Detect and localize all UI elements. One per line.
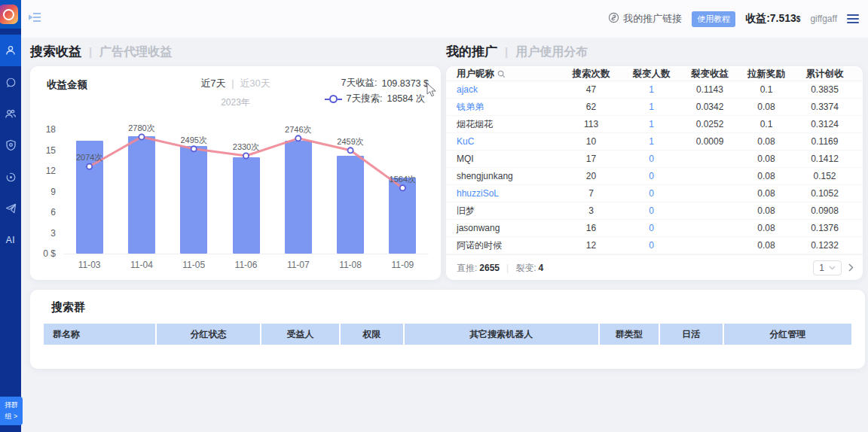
group-column-header: 其它搜索机器人 bbox=[405, 324, 600, 345]
table-cell: 1 bbox=[623, 119, 680, 129]
sidebar-item-profile[interactable] bbox=[0, 35, 21, 66]
table-cell: 0.152 bbox=[793, 171, 857, 181]
group-column-header: 群类型 bbox=[600, 324, 660, 345]
hamburger-menu-icon[interactable] bbox=[847, 14, 859, 23]
chevron-right-icon bbox=[848, 263, 854, 272]
sidebar-item-telegram[interactable] bbox=[0, 193, 21, 224]
user-nickname[interactable]: hhuzziSoL bbox=[457, 188, 499, 199]
table-cell: 0.1232 bbox=[793, 240, 857, 251]
promo-link-button[interactable]: 我的推广链接 bbox=[608, 12, 682, 26]
sidebar-collapse-button[interactable] bbox=[29, 11, 42, 26]
y-tick: 6 bbox=[50, 207, 56, 218]
nickname-cell: 钱弟弟 bbox=[446, 101, 559, 114]
sidebar-nav: AI bbox=[0, 35, 21, 256]
table-row: ajack4710.11430.10.3835 bbox=[446, 81, 863, 99]
table-cell: 1 bbox=[623, 136, 680, 147]
sidebar-item-security[interactable] bbox=[0, 129, 21, 161]
nickname-cell: MQI bbox=[446, 154, 559, 164]
dashboard-page: { "topbar": { "promo_link_label": "我的推广链… bbox=[0, 0, 868, 432]
user-nickname[interactable]: 钱弟弟 bbox=[457, 101, 484, 114]
promotion-table-header: 用户昵称搜索次数裂变人数裂变收益拉新奖励累计创收 bbox=[446, 68, 863, 81]
user-nickname[interactable]: ajack bbox=[457, 84, 478, 95]
sidebar-item-record[interactable] bbox=[0, 161, 21, 193]
user-nickname[interactable]: KuC bbox=[457, 136, 474, 147]
table-cell: 113 bbox=[559, 119, 623, 129]
table-cell: 0.0252 bbox=[680, 119, 740, 129]
table-cell: 0.1376 bbox=[793, 223, 857, 233]
point-label: 2780次 bbox=[128, 123, 154, 134]
table-cell: 0.08 bbox=[740, 102, 793, 112]
next-page-button[interactable] bbox=[848, 263, 854, 274]
table-row: 旧梦300.080.0908 bbox=[446, 202, 863, 220]
table-cell: 0 bbox=[623, 188, 680, 199]
nickname-cell: 旧梦 bbox=[446, 205, 559, 218]
select-group-badge-line1: 择群 bbox=[5, 400, 18, 411]
table-row: hhuzziSoL700.080.1052 bbox=[446, 185, 863, 202]
promotion-table-body: ajack4710.11430.10.3835钱弟弟6210.03420.080… bbox=[446, 81, 863, 254]
x-tick: 11-07 bbox=[287, 260, 310, 270]
table-cell: 0.0908 bbox=[793, 205, 857, 216]
range-7d-button[interactable]: 近7天 bbox=[200, 78, 225, 89]
sidebar-item-ai[interactable]: AI bbox=[0, 224, 21, 256]
table-cell: 0.08 bbox=[740, 205, 793, 216]
nickname-cell: hhuzziSoL bbox=[446, 188, 559, 199]
search-group-card: 搜索群 群名称分红状态受益人权限其它搜索机器人群类型日活分红管理 bbox=[30, 290, 865, 369]
page-number: 1 bbox=[819, 263, 824, 273]
group-column-header: 日活 bbox=[660, 324, 724, 345]
table-row: 钱弟弟6210.03420.080.3374 bbox=[446, 99, 863, 116]
x-tick: 11-03 bbox=[78, 260, 101, 270]
revenue-unit: $ bbox=[796, 15, 801, 23]
table-cell: 62 bbox=[559, 102, 623, 112]
table-row: KuC1010.00090.080.1169 bbox=[446, 133, 863, 151]
user-nickname: jasonwang bbox=[457, 223, 500, 233]
sidebar-item-users[interactable] bbox=[0, 98, 21, 129]
x-tick: 11-09 bbox=[391, 260, 414, 270]
link-circle-icon bbox=[608, 12, 619, 26]
table-cell: 3 bbox=[559, 205, 623, 216]
y-tick: 9 bbox=[50, 187, 56, 197]
legend-line-series[interactable]: 7天搜索: 18584 次 bbox=[325, 91, 429, 107]
tab-ad-agency-revenue[interactable]: 广告代理收益 bbox=[99, 44, 172, 60]
user-icon bbox=[5, 44, 17, 56]
shield-gear-icon bbox=[5, 139, 17, 151]
legend-bar-series[interactable]: 7天收益: 109.8373 $ bbox=[325, 75, 429, 91]
revenue-label: 收益: bbox=[745, 12, 770, 24]
search-revenue-title: 搜索收益 bbox=[30, 43, 81, 60]
column-header: 裂变收益 bbox=[680, 68, 740, 81]
direct-value: 2655 bbox=[479, 263, 500, 273]
range-30d-button[interactable]: 近30天 bbox=[240, 78, 270, 89]
table-cell: 0.3374 bbox=[793, 102, 857, 112]
camera-logo-icon bbox=[0, 5, 18, 24]
table-cell: 1 bbox=[623, 102, 680, 112]
pagination: 1 bbox=[813, 260, 854, 275]
y-tick: 18 bbox=[46, 124, 56, 135]
ai-label: AI bbox=[6, 235, 15, 245]
promo-link-label: 我的推广链接 bbox=[623, 12, 682, 26]
select-group-badge[interactable]: 择群 组 > bbox=[0, 397, 23, 425]
tutorial-button[interactable]: 使用教程 bbox=[692, 11, 735, 27]
user-nickname: shengjunkang bbox=[457, 171, 513, 181]
page-select[interactable]: 1 bbox=[813, 260, 842, 275]
point-label: 1564次 bbox=[390, 174, 416, 185]
direct-label: 直推: bbox=[457, 263, 477, 273]
nickname-cell: ajack bbox=[446, 84, 559, 95]
tab-user-usage-distribution[interactable]: 用户使用分布 bbox=[515, 44, 588, 60]
fission-value: 4 bbox=[539, 263, 544, 273]
y-tick: 0 $ bbox=[43, 248, 56, 259]
user-nickname: 旧梦 bbox=[457, 205, 475, 218]
search-group-title: 搜索群 bbox=[51, 300, 853, 315]
search-icon[interactable] bbox=[497, 70, 506, 78]
revenue-value: 7.513 bbox=[770, 12, 796, 24]
nickname-cell: shengjunkang bbox=[446, 171, 559, 181]
y-tick: 15 bbox=[46, 145, 56, 156]
table-cell: 0.08 bbox=[740, 223, 793, 233]
table-cell: 16 bbox=[559, 223, 623, 233]
nickname-cell: KuC bbox=[446, 136, 559, 147]
table-row: MQI1700.080.1412 bbox=[446, 151, 863, 168]
table-cell: 0.1169 bbox=[793, 136, 857, 147]
revenue-display: 收益:7.513$ bbox=[745, 12, 800, 26]
group-column-header: 分红管理 bbox=[724, 324, 852, 345]
app-logo[interactable] bbox=[0, 0, 21, 29]
chart-plot[interactable]: 2074次2780次2495次2330次2746次2459次1564次 bbox=[63, 129, 429, 254]
sidebar-item-browser[interactable] bbox=[0, 66, 21, 98]
